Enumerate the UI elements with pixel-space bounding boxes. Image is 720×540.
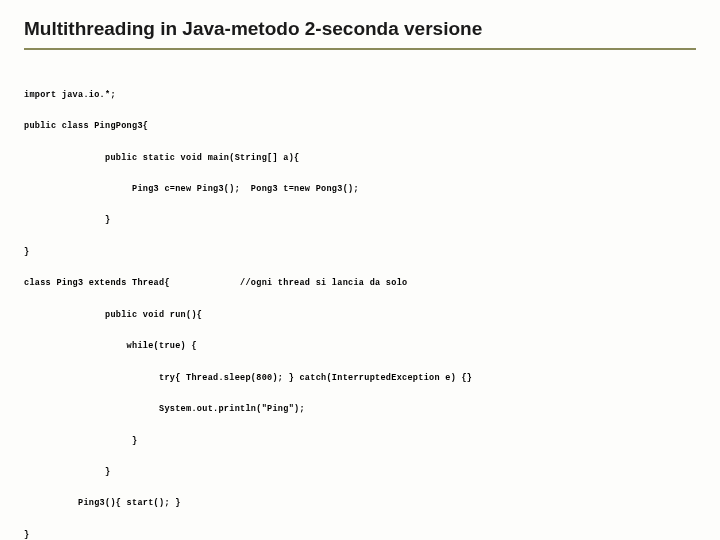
code-line: try{ Thread.sleep(800); } catch(Interrup…	[24, 371, 696, 387]
code-line: while(true) {	[24, 339, 696, 355]
code-line: public static void main(String[] a){	[24, 151, 696, 167]
page-title: Multithreading in Java-metodo 2-seconda …	[24, 18, 696, 50]
code-line: System.out.println("Ping");	[24, 402, 696, 418]
code-comment: //ogni thread si lancia da solo	[240, 278, 407, 288]
code-block: import java.io.*; public class PingPong3…	[24, 72, 696, 540]
code-line: }	[24, 213, 696, 229]
code-text: class Ping3 extends Thread{	[24, 278, 170, 288]
code-line: Ping3(){ start(); }	[24, 496, 696, 512]
code-line: }	[24, 465, 696, 481]
code-line: }	[24, 434, 696, 450]
code-line: }	[24, 528, 696, 540]
code-line: Ping3 c=new Ping3(); Pong3 t=new Pong3()…	[24, 182, 696, 198]
code-line: import java.io.*;	[24, 88, 696, 104]
code-line: class Ping3 extends Thread{ //ogni threa…	[24, 276, 696, 292]
code-line: public class PingPong3{	[24, 119, 696, 135]
code-line: }	[24, 245, 696, 261]
code-line: public void run(){	[24, 308, 696, 324]
